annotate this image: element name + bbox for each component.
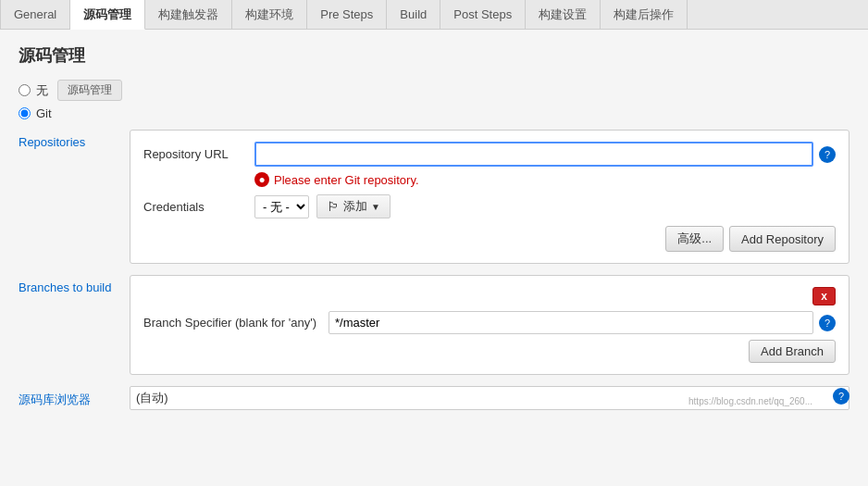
radio-none-row: 无 源码管理 (19, 80, 849, 101)
source-mgmt-button[interactable]: 源码管理 (57, 80, 122, 101)
advanced-button[interactable]: 高级... (665, 226, 724, 252)
radio-none-label: 无 (36, 82, 48, 99)
add-btn-label: 添加 (343, 198, 367, 215)
repositories-section: Repositories Repository URL ? ● Please e… (19, 130, 849, 264)
tab-general[interactable]: General (0, 0, 70, 29)
tab-source[interactable]: 源码管理 (70, 0, 145, 30)
branch-specifier-help-icon[interactable]: ? (819, 315, 836, 331)
tab-settings[interactable]: 构建设置 (526, 0, 601, 29)
credentials-select-wrapper: - 无 - (254, 195, 309, 218)
tab-presteps[interactable]: Pre Steps (307, 0, 387, 29)
repo-url-help-icon[interactable]: ? (819, 146, 836, 163)
tab-env[interactable]: 构建环境 (232, 0, 307, 29)
add-branch-button[interactable]: Add Branch (749, 340, 836, 363)
error-message-row: ● Please enter Git repository. (254, 172, 836, 187)
watermark-text: https://blog.csdn.net/qq_260... (688, 396, 812, 406)
branches-section: Branches to build x Branch Specifier (bl… (19, 275, 849, 375)
tab-poststeps[interactable]: Post Steps (440, 0, 526, 29)
repo-url-input[interactable] (254, 142, 813, 167)
add-repository-button[interactable]: Add Repository (729, 226, 836, 252)
add-btn-caret-icon: ▼ (371, 202, 380, 212)
branch-specifier-row: Branch Specifier (blank for 'any') ? (143, 311, 836, 334)
repositories-label: Repositories (19, 130, 130, 149)
branches-label: Branches to build (19, 275, 130, 294)
branch-specifier-label: Branch Specifier (blank for 'any') (143, 316, 329, 330)
flag-icon: 🏳 (327, 199, 340, 214)
scm-radio-group: 无 源码管理 Git (19, 80, 849, 120)
credentials-row: Credentials - 无 - 🏳 添加 ▼ (143, 194, 836, 218)
repo-url-label: Repository URL (143, 147, 254, 161)
page-content: 源码管理 无 源码管理 Git Repositories Repository … (0, 30, 868, 486)
radio-git-label: Git (36, 106, 52, 120)
radio-none[interactable] (19, 84, 31, 96)
repo-action-row: 高级... Add Repository (143, 226, 836, 252)
branch-specifier-input[interactable] (329, 311, 813, 334)
tab-trigger[interactable]: 构建触发器 (145, 0, 232, 29)
radio-git[interactable] (19, 107, 31, 119)
source-browser-section: 源码库浏览器 (自动) ▼ https://blog.csdn.net/qq_2… (19, 386, 849, 410)
page-title: 源码管理 (19, 44, 849, 67)
error-icon: ● (254, 172, 269, 187)
repo-url-row: Repository URL ? (143, 142, 836, 167)
radio-git-row: Git (19, 106, 849, 120)
credentials-label: Credentials (143, 200, 254, 214)
error-text: Please enter Git repository. (274, 173, 419, 187)
source-browser-label: 源码库浏览器 (19, 386, 130, 408)
tab-postbuild[interactable]: 构建后操作 (601, 0, 688, 29)
credentials-select[interactable]: - 无 - (255, 196, 308, 218)
repositories-content: Repository URL ? ● Please enter Git repo… (130, 130, 849, 264)
branches-content: x Branch Specifier (blank for 'any') ? A… (130, 275, 849, 375)
tab-bar: General 源码管理 构建触发器 构建环境 Pre Steps Build … (0, 0, 868, 30)
tab-build[interactable]: Build (387, 0, 440, 29)
credentials-add-button[interactable]: 🏳 添加 ▼ (316, 194, 391, 218)
source-browser-wrapper: (自动) ▼ https://blog.csdn.net/qq_260... ? (130, 386, 849, 410)
branch-action-row: Add Branch (143, 340, 836, 363)
remove-branch-button[interactable]: x (812, 287, 836, 305)
branch-header-row: x (143, 287, 836, 305)
source-browser-help-icon[interactable]: ? (833, 388, 849, 405)
